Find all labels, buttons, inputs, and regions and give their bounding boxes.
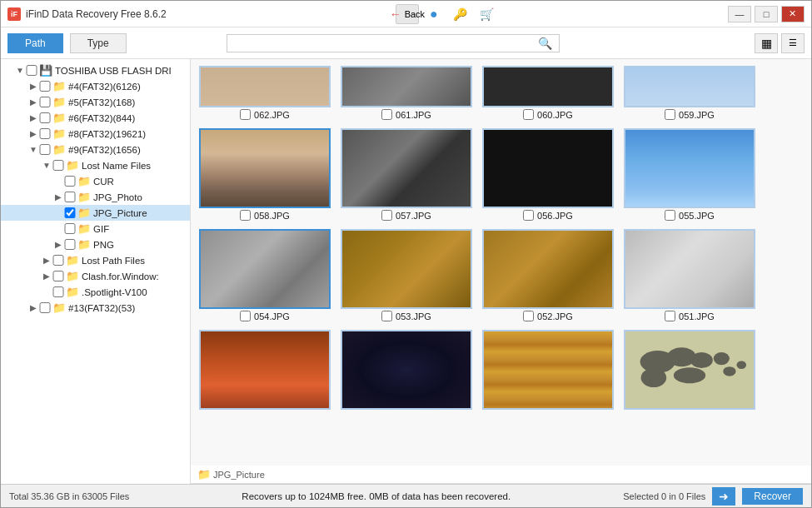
toggle-gif	[52, 224, 64, 233]
list-view-button[interactable]: ☰	[781, 33, 805, 53]
status-center: Recovers up to 1024MB free. 0MB of data …	[129, 491, 623, 501]
file-checkbox[interactable]	[523, 109, 534, 120]
sidebar-item-fat13[interactable]: ▶ 📁 #13(FAT32)(53)	[1, 300, 190, 316]
folder-icon-png: 📁	[77, 238, 91, 251]
file-thumbnail[interactable]	[341, 229, 472, 309]
sidebar-item-spotlight[interactable]: 📁 .Spotlight-V100	[1, 284, 190, 300]
tab-path[interactable]: Path	[7, 33, 63, 53]
search-input[interactable]	[234, 37, 538, 49]
check-fat13[interactable]	[39, 302, 51, 313]
check-lostname[interactable]	[52, 160, 64, 171]
file-thumbnail[interactable]	[341, 128, 472, 208]
breadcrumb-text: JPG_Picture	[213, 470, 265, 480]
key-icon-button[interactable]: 🔑	[449, 4, 472, 24]
file-thumbnail[interactable]	[199, 128, 331, 208]
label-clash: Clash.for.Window:	[82, 271, 159, 281]
list-item	[622, 330, 757, 424]
file-checkbox[interactable]	[665, 109, 675, 120]
recover-button[interactable]: Recover	[742, 488, 803, 505]
sidebar-item-fat8[interactable]: ▶ 📁 #8(FAT32)(19621)	[1, 126, 190, 142]
check-jpg-photo[interactable]	[64, 192, 76, 202]
sidebar-item-fat5[interactable]: ▶ 📁 #5(FAT32)(168)	[1, 94, 190, 110]
sidebar-item-toshiba[interactable]: ▼ 💾 TOSHIBA USB FLASH DRI	[1, 62, 190, 78]
check-fat5[interactable]	[39, 97, 51, 107]
file-checkbox[interactable]	[240, 210, 251, 221]
file-thumbnail[interactable]	[624, 330, 755, 410]
file-thumbnail[interactable]	[199, 330, 331, 410]
sidebar-item-fat6[interactable]: ▶ 📁 #6(FAT32)(844)	[1, 110, 190, 126]
main-area: ▼ 💾 TOSHIBA USB FLASH DRI ▶ 📁 #4(FAT32)(…	[1, 59, 811, 484]
file-thumbnail[interactable]	[482, 330, 614, 410]
folder-icon-fat4: 📁	[52, 80, 66, 92]
file-thumbnail[interactable]	[482, 229, 614, 309]
list-item: 054.JPG	[197, 229, 332, 323]
list-item	[481, 330, 615, 424]
sidebar-item-clash[interactable]: ▶ 📁 Clash.for.Window:	[1, 268, 190, 284]
sidebar-item-jpg-picture[interactable]: 📁 JPG_Picture	[1, 205, 190, 221]
app-title: iFinD Data Recovery Free 8.6.2	[26, 8, 167, 20]
toggle-fat5: ▶	[27, 97, 39, 107]
folder-icon-lostpath: 📁	[66, 254, 79, 266]
minimize-button[interactable]: —	[728, 6, 751, 22]
check-jpg-picture[interactable]	[64, 207, 76, 218]
file-thumbnail[interactable]	[482, 66, 614, 107]
file-checkbox[interactable]	[381, 210, 392, 221]
file-thumbnail[interactable]	[341, 330, 472, 410]
sidebar-item-fat9[interactable]: ▼ 📁 #9(FAT32)(1656)	[1, 142, 190, 157]
file-thumbnail[interactable]	[624, 229, 755, 309]
folder-icon-spotlight: 📁	[66, 286, 79, 298]
check-fat8[interactable]	[39, 128, 51, 139]
file-thumbnail[interactable]	[482, 128, 614, 208]
check-clash[interactable]	[52, 271, 64, 281]
check-fat9[interactable]	[39, 144, 51, 155]
check-png[interactable]	[64, 239, 76, 250]
file-checkbox[interactable]	[240, 311, 251, 321]
check-spotlight[interactable]	[52, 286, 64, 297]
file-checkbox[interactable]	[665, 311, 675, 321]
grid-view-button[interactable]: ▦	[755, 33, 778, 53]
cart-icon-button[interactable]: 🛒	[476, 4, 499, 24]
file-checkbox[interactable]	[381, 311, 392, 321]
check-toshiba[interactable]	[26, 65, 37, 76]
recover-arrow-button[interactable]: ➜	[712, 487, 735, 506]
label-fat9: #9(FAT32)(1656)	[68, 145, 141, 155]
file-name: 052.JPG	[537, 311, 573, 321]
file-checkbox[interactable]	[381, 109, 392, 120]
back-button[interactable]: ← Back	[396, 4, 419, 24]
sidebar-item-gif[interactable]: 📁 GIF	[1, 221, 190, 237]
list-item: 059.JPG	[622, 66, 757, 122]
sidebar-item-lostname[interactable]: ▼ 📁 Lost Name Files	[1, 157, 190, 173]
toggle-fat8: ▶	[27, 129, 39, 138]
sidebar-item-lostpath[interactable]: ▶ 📁 Lost Path Files	[1, 252, 190, 268]
file-name: 062.JPG	[254, 110, 290, 120]
maximize-button[interactable]: □	[755, 6, 778, 22]
label-fat8: #8(FAT32)(19621)	[68, 129, 146, 139]
folder-icon-gif: 📁	[77, 222, 91, 235]
file-checkbox[interactable]	[665, 210, 675, 221]
sidebar-item-cur[interactable]: 📁 CUR	[1, 173, 190, 189]
file-name: 051.JPG	[679, 311, 715, 321]
close-button[interactable]: ✕	[781, 6, 805, 22]
sidebar-item-jpg-photo[interactable]: ▶ 📁 JPG_Photo	[1, 189, 190, 205]
check-cur[interactable]	[64, 176, 76, 187]
file-thumbnail[interactable]	[199, 66, 331, 107]
file-checkbox[interactable]	[523, 311, 534, 321]
sidebar: ▼ 💾 TOSHIBA USB FLASH DRI ▶ 📁 #4(FAT32)(…	[1, 59, 191, 484]
file-checkbox[interactable]	[240, 109, 251, 120]
sidebar-item-fat4[interactable]: ▶ 📁 #4(FAT32)(6126)	[1, 78, 190, 94]
search-box: 🔍	[227, 34, 560, 52]
tab-type[interactable]: Type	[70, 33, 127, 53]
file-thumbnail[interactable]	[624, 128, 755, 208]
file-checkbox[interactable]	[523, 210, 534, 221]
check-lostpath[interactable]	[52, 255, 64, 266]
check-fat4[interactable]	[39, 81, 51, 92]
file-thumbnail[interactable]	[341, 66, 472, 107]
world-map-svg	[625, 331, 754, 408]
nav-icons: ← Back ● 🔑 🛒	[396, 4, 499, 24]
check-gif[interactable]	[64, 223, 76, 234]
file-thumbnail[interactable]	[624, 66, 755, 107]
sidebar-item-png[interactable]: ▶ 📁 PNG	[1, 237, 190, 252]
help-icon-button[interactable]: ●	[422, 4, 446, 24]
file-thumbnail[interactable]	[199, 229, 331, 309]
check-fat6[interactable]	[39, 112, 51, 123]
